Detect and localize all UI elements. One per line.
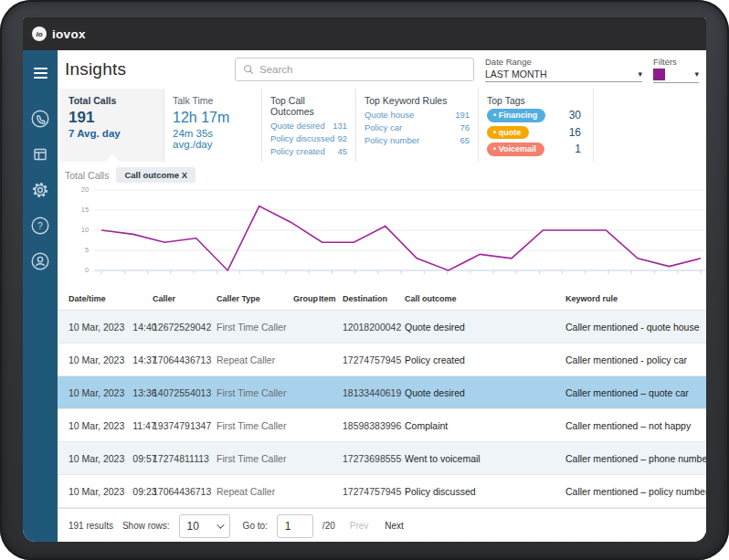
cell-datetime: 10 Mar, 202314:40 <box>69 322 153 333</box>
cell-caller-type: First Time Caller <box>217 387 293 398</box>
svg-text:10: 10 <box>81 227 89 235</box>
date-range-label: Date Range <box>485 57 642 67</box>
top-keyword-rules-list: Quote house191Policy car76Policy number6… <box>364 109 470 147</box>
chart-filter-chip[interactable]: Call outcome X <box>116 167 195 183</box>
table-row[interactable]: 10 Mar, 202311:4719374791347First Time C… <box>58 409 706 442</box>
tag-count: 1 <box>575 143 585 155</box>
page-header: Insights Date Range LAST MONTH ▾ Filters <box>58 50 706 89</box>
iovox-logo-icon: io <box>32 26 47 41</box>
search-box <box>235 58 474 81</box>
table-row[interactable]: 10 Mar, 202314:3717064436713Repeat Calle… <box>58 343 706 376</box>
cell-caller: 17274811113 <box>153 453 217 464</box>
column-header: Date/time <box>69 294 153 303</box>
column-header: Call outcome <box>405 294 565 303</box>
filters-control[interactable]: Filters ▾ <box>653 57 699 83</box>
stat-card-top-keyword-rules[interactable]: Top Keyword Rules Quote house191Policy c… <box>356 89 479 162</box>
talk-time-avg: 24m 35s avg./day <box>173 128 253 150</box>
cell-destination: 17274757945 <box>343 354 405 365</box>
table-row[interactable]: 10 Mar, 202314:4012672529042First Time C… <box>58 311 706 343</box>
goto-page-input[interactable] <box>277 514 313 538</box>
cell-call-outcome: Quote desired <box>405 322 565 333</box>
cell-keyword-rule: Caller mentioned – not happy <box>565 420 706 431</box>
stat-label: Top Tags <box>487 95 585 106</box>
cell-caller: 12672529042 <box>153 322 217 333</box>
account-icon[interactable] <box>28 249 52 273</box>
svg-text:?: ? <box>37 221 43 231</box>
cell-caller-type: First Time Caller <box>217 420 293 431</box>
svg-text:0: 0 <box>85 267 89 275</box>
menu-icon[interactable] <box>23 59 58 87</box>
dashboard-icon[interactable] <box>28 143 52 166</box>
date-range-control[interactable]: Date Range LAST MONTH ▾ <box>485 57 642 82</box>
chart-section: Total Calls Call outcome X 20151050 <box>58 162 706 288</box>
results-count: 191 results <box>69 521 113 531</box>
cell-caller-type: Repeat Caller <box>217 354 293 365</box>
show-rows-value: 10 <box>187 520 199 533</box>
stat-label: Total Calls <box>69 95 155 106</box>
cell-caller-type: First Time Caller <box>217 453 293 464</box>
stat-card-top-call-outcomes[interactable]: Top Call Outcomes Quote desired131Policy… <box>262 89 356 162</box>
page-title: Insights <box>65 59 126 79</box>
tag-pill[interactable]: • Voicemail <box>487 143 544 156</box>
cell-destination: 18133440619 <box>343 387 405 398</box>
tag-row: • Voicemail1 <box>487 143 585 156</box>
stat-card-top-tags[interactable]: Top Tags • Financing30• quote16• Voicema… <box>479 89 594 162</box>
cell-datetime: 10 Mar, 202313:36 <box>69 387 153 398</box>
svg-text:5: 5 <box>85 247 89 255</box>
brand-name: iovox <box>52 27 86 41</box>
stat-card-talk-time[interactable]: Talk Time 12h 17m 24m 35s avg./day <box>164 89 262 162</box>
table-row[interactable]: 10 Mar, 202309:2317064436713Repeat Calle… <box>58 475 706 508</box>
column-header: Caller Type <box>217 294 293 303</box>
chevron-down-icon: ▾ <box>638 69 642 79</box>
search-input[interactable] <box>259 64 466 75</box>
table-row[interactable]: 10 Mar, 202309:5717274811113First Time C… <box>58 442 706 475</box>
column-header: Group <box>293 294 319 303</box>
cell-destination: 17274757945 <box>343 486 405 497</box>
stat-card-total-calls[interactable]: Total Calls 191 7 Avg. day <box>60 89 164 162</box>
help-icon[interactable]: ? <box>28 214 52 238</box>
cell-destination: 18598383996 <box>343 420 405 431</box>
prev-page-button: Prev <box>350 521 369 531</box>
cell-caller-type: Repeat Caller <box>217 486 293 497</box>
cell-datetime: 10 Mar, 202309:57 <box>69 453 153 464</box>
next-page-button[interactable]: Next <box>385 521 404 531</box>
chevron-down-icon <box>217 521 224 528</box>
filters-label: Filters <box>653 57 699 67</box>
column-header: Caller <box>153 294 217 303</box>
cell-datetime: 10 Mar, 202309:23 <box>69 486 153 497</box>
stat-list-item: Quote house191 <box>364 109 470 122</box>
total-calls-line-chart: 20151050 <box>65 185 706 287</box>
svg-text:20: 20 <box>81 186 89 195</box>
filter-color-swatch <box>653 69 665 80</box>
cell-caller: 14072554013 <box>153 387 217 398</box>
cell-call-outcome: Complaint <box>405 420 565 431</box>
cell-destination: 12018200042 <box>343 322 405 333</box>
tag-pill[interactable]: • Financing <box>487 109 545 122</box>
goto-label: Go to: <box>243 521 268 531</box>
search-icon <box>243 64 254 75</box>
screen: io iovox ? <box>23 17 706 542</box>
top-tags-list: • Financing30• quote16• Voicemail1 <box>487 109 585 156</box>
date-range-value: LAST MONTH <box>485 69 546 79</box>
stat-label: Top Keyword Rules <box>364 95 470 106</box>
table-header: Date/timeCallerCaller TypeGroupItemDesti… <box>58 288 706 311</box>
column-header: Keyword rule <box>565 294 706 303</box>
phone-icon[interactable] <box>28 107 52 131</box>
stat-label: Top Call Outcomes <box>270 95 347 117</box>
show-rows-label: Show rows: <box>122 521 170 531</box>
table-body: 10 Mar, 202314:4012672529042First Time C… <box>58 311 706 508</box>
table-row[interactable]: 10 Mar, 202313:3614072554013First Time C… <box>58 376 706 409</box>
column-header: Item <box>319 294 343 303</box>
svg-text:15: 15 <box>81 206 89 215</box>
tag-pill[interactable]: • quote <box>487 126 529 140</box>
page-total: /20 <box>322 521 335 531</box>
cell-destination: 17273698555 <box>343 453 405 464</box>
cell-call-outcome: Quote desired <box>405 387 565 398</box>
cell-keyword-rule: Caller mentioned - policy car <box>565 354 706 365</box>
talk-time-value: 12h 17m <box>173 109 253 127</box>
cell-datetime: 10 Mar, 202314:37 <box>69 354 153 365</box>
settings-gear-icon[interactable] <box>28 178 52 202</box>
show-rows-select[interactable]: 10 <box>179 514 230 538</box>
cell-keyword-rule: Caller mentioned – quote car <box>565 387 706 398</box>
insights-chart-svg: 20151050 <box>65 185 706 287</box>
